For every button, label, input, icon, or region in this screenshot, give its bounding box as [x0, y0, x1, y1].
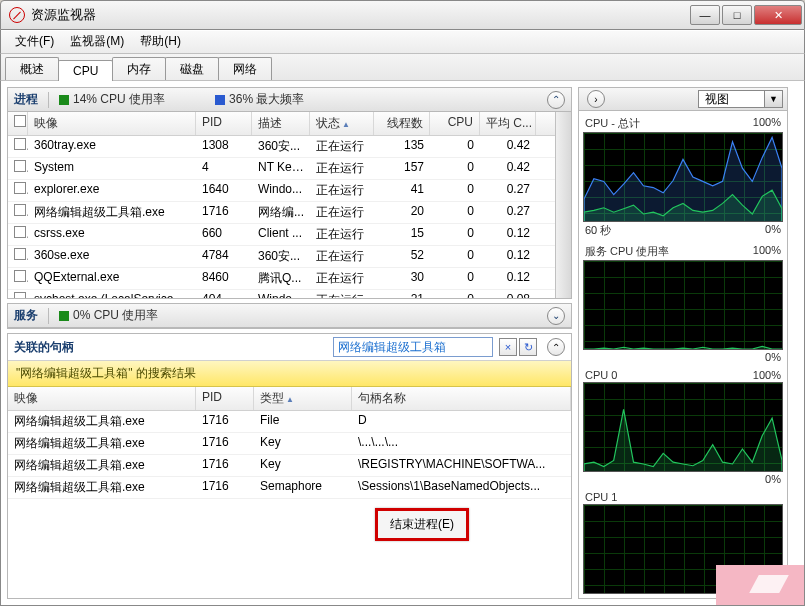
- tab-network[interactable]: 网络: [218, 57, 272, 81]
- row-checkbox[interactable]: [14, 182, 26, 194]
- menu-monitor[interactable]: 监视器(M): [62, 31, 132, 52]
- table-row[interactable]: svchost.exe (LocalServiceN...404Windo...…: [8, 290, 555, 298]
- handles-panel-title: 关联的句柄: [14, 339, 74, 356]
- process-scrollbar[interactable]: [555, 112, 571, 298]
- table-row[interactable]: explorer.exe1640Windo... 正在运行4100.27: [8, 180, 555, 202]
- cpu-usage-stat: 14% CPU 使用率: [59, 91, 165, 108]
- context-menu-end-process[interactable]: 结束进程(E): [375, 508, 469, 541]
- menu-help[interactable]: 帮助(H): [132, 31, 189, 52]
- minimize-button[interactable]: —: [690, 5, 720, 25]
- menu-file[interactable]: 文件(F): [7, 31, 62, 52]
- collapse-handles-button[interactable]: ⌃: [547, 338, 565, 356]
- refresh-search-button[interactable]: ↻: [519, 338, 537, 356]
- process-panel-title: 进程: [14, 91, 38, 108]
- services-panel: 服务 0% CPU 使用率 ⌄: [7, 303, 572, 329]
- handles-panel: 关联的句柄 × ↻ ⌃ "网络编辑超级工具箱" 的搜索结果 映像 PID 类型▲…: [7, 333, 572, 599]
- process-columns: 映像 PID 描述 状态▲ 线程数 CPU 平均 C...: [8, 112, 555, 136]
- process-grid[interactable]: 360tray.exe1308360安... 正在运行13500.42 Syst…: [8, 136, 555, 298]
- graph-0: CPU - 总计100% 60 秒0%: [583, 115, 783, 239]
- col-threads[interactable]: 线程数: [374, 112, 430, 135]
- search-result-bar: "网络编辑超级工具箱" 的搜索结果: [8, 361, 571, 387]
- tab-cpu[interactable]: CPU: [58, 60, 113, 81]
- select-all-checkbox[interactable]: [14, 115, 26, 127]
- row-checkbox[interactable]: [14, 292, 26, 298]
- graph-1: 服务 CPU 使用率100% 0%: [583, 243, 783, 364]
- watermark: [716, 565, 804, 605]
- graph-2: CPU 0100% 0%: [583, 368, 783, 486]
- clear-search-button[interactable]: ×: [499, 338, 517, 356]
- handles-columns: 映像 PID 类型▲ 句柄名称: [8, 387, 571, 411]
- services-panel-title: 服务: [14, 307, 38, 324]
- col-image[interactable]: 映像: [28, 112, 196, 135]
- col-desc[interactable]: 描述: [252, 112, 310, 135]
- tab-disk[interactable]: 磁盘: [165, 57, 219, 81]
- hcol-name[interactable]: 句柄名称: [352, 387, 571, 410]
- table-row[interactable]: System4NT Ker... 正在运行15700.42: [8, 158, 555, 180]
- row-checkbox[interactable]: [14, 160, 26, 172]
- window-title: 资源监视器: [31, 6, 690, 24]
- view-dropdown-label: 视图: [698, 90, 765, 108]
- table-row[interactable]: csrss.exe660Client ... 正在运行1500.12: [8, 224, 555, 246]
- expand-services-button[interactable]: ⌄: [547, 307, 565, 325]
- row-checkbox[interactable]: [14, 204, 26, 216]
- table-row[interactable]: 网络编辑超级工具箱.exe1716Key\...\...\...: [8, 433, 571, 455]
- right-toolbar: › 视图 ▼: [578, 87, 788, 111]
- handle-search-input[interactable]: [333, 337, 493, 357]
- hcol-type[interactable]: 类型▲: [254, 387, 352, 410]
- graphs-container: CPU - 总计100% 60 秒0% 服务 CPU 使用率100% 0% CP…: [578, 111, 788, 599]
- tab-overview[interactable]: 概述: [5, 57, 59, 81]
- tabstrip: 概述 CPU 内存 磁盘 网络: [0, 54, 805, 80]
- tab-memory[interactable]: 内存: [112, 57, 166, 81]
- table-row[interactable]: 网络编辑超级工具箱.exe1716Key\REGISTRY\MACHINE\SO…: [8, 455, 571, 477]
- table-row[interactable]: 360se.exe4784360安... 正在运行5200.12: [8, 246, 555, 268]
- col-status[interactable]: 状态▲: [310, 112, 374, 135]
- row-checkbox[interactable]: [14, 226, 26, 238]
- process-panel: 进程 14% CPU 使用率 36% 最大频率 ⌃ 映像 PID 描述 状态▲ …: [7, 87, 572, 299]
- table-row[interactable]: 网络编辑超级工具箱.exe1716FileD: [8, 411, 571, 433]
- hcol-image[interactable]: 映像: [8, 387, 196, 410]
- col-avg[interactable]: 平均 C...: [480, 112, 536, 135]
- maximize-button[interactable]: □: [722, 5, 752, 25]
- max-freq-stat: 36% 最大频率: [215, 91, 304, 108]
- table-row[interactable]: QQExternal.exe8460腾讯Q... 正在运行3000.12: [8, 268, 555, 290]
- close-button[interactable]: ✕: [754, 5, 802, 25]
- hcol-pid[interactable]: PID: [196, 387, 254, 410]
- col-pid[interactable]: PID: [196, 112, 252, 135]
- graphs-toggle-button[interactable]: ›: [587, 90, 605, 108]
- row-checkbox[interactable]: [14, 248, 26, 260]
- collapse-process-button[interactable]: ⌃: [547, 91, 565, 109]
- app-icon: [9, 7, 25, 23]
- view-dropdown-button[interactable]: ▼: [765, 90, 783, 108]
- handles-grid[interactable]: 网络编辑超级工具箱.exe1716FileD网络编辑超级工具箱.exe1716K…: [8, 411, 571, 598]
- row-checkbox[interactable]: [14, 270, 26, 282]
- table-row[interactable]: 网络编辑超级工具箱.exe1716Semaphore\Sessions\1\Ba…: [8, 477, 571, 499]
- menubar: 文件(F) 监视器(M) 帮助(H): [0, 30, 805, 54]
- table-row[interactable]: 360tray.exe1308360安... 正在运行13500.42: [8, 136, 555, 158]
- col-cpu[interactable]: CPU: [430, 112, 480, 135]
- row-checkbox[interactable]: [14, 138, 26, 150]
- service-cpu-stat: 0% CPU 使用率: [59, 307, 158, 324]
- table-row[interactable]: 网络编辑超级工具箱.exe1716网络编... 正在运行2000.27: [8, 202, 555, 224]
- titlebar: 资源监视器 — □ ✕: [0, 0, 805, 30]
